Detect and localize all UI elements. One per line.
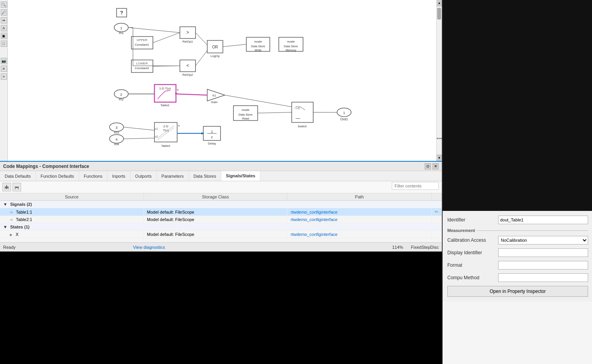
table-row[interactable]: ⊣ Table2:1 Model default: FileScope rtwd… (0, 216, 442, 223)
svg-line-81 (176, 94, 207, 95)
states-group-header[interactable]: ▼ States (1) (0, 223, 442, 231)
collapse-states-icon[interactable]: ▼ (3, 225, 7, 229)
svg-text:K1: K1 (212, 94, 216, 97)
measurement-label: Measurement (447, 228, 475, 233)
col-storage-class: Storage Class (144, 193, 287, 201)
tab-data-defaults[interactable]: Data Defaults (0, 171, 36, 181)
display-identifier-input[interactable] (498, 248, 588, 257)
svg-text:Constant1: Constant1 (135, 43, 149, 46)
row-source-x: X (16, 232, 18, 237)
mappings-table: Source Storage Class Path ▼ Signals (2) (0, 193, 442, 238)
svg-text:LOWER: LOWER (136, 62, 148, 65)
table-row[interactable]: ⊣ Table1:1 Model default: FileScope rtwd… (0, 208, 442, 216)
format-row: Format (447, 261, 588, 269)
svg-text:Data Store: Data Store (251, 45, 265, 48)
compu-method-input[interactable] (498, 273, 588, 282)
tab-functions[interactable]: Functions (79, 171, 108, 181)
svg-text:In1: In1 (119, 31, 124, 35)
svg-text:1-D T(u): 1-D T(u) (159, 87, 171, 90)
calibration-access-row: Calibration Access NoCalibration (447, 236, 588, 244)
close-panel-btn[interactable]: ✕ (432, 163, 439, 170)
svg-text:u1: u1 (155, 127, 158, 130)
svg-text:Data Store: Data Store (284, 45, 298, 48)
status-ready: Ready (3, 245, 16, 250)
rect-btn[interactable]: □ (1, 41, 7, 47)
zoom-in-btn[interactable]: 🔍 (1, 2, 7, 8)
svg-text:Write: Write (255, 48, 261, 52)
svg-line-79 (223, 45, 246, 47)
svg-text:Gain: Gain (211, 100, 218, 104)
svg-text:Out1: Out1 (340, 117, 348, 121)
filter-input[interactable] (392, 182, 439, 190)
svg-text:z: z (211, 135, 213, 139)
svg-rect-91 (6, 185, 7, 189)
open-property-inspector-btn[interactable]: Open in Property Inspector (447, 286, 588, 297)
svg-text:Data Store: Data Store (239, 113, 253, 116)
svg-text:OR: OR (212, 45, 218, 49)
tab-outports[interactable]: Outports (131, 171, 157, 181)
status-solver: FixedStepDisc (411, 245, 439, 250)
calibration-access-select[interactable]: NoCalibration (498, 236, 588, 244)
col-actions (432, 193, 442, 201)
format-label: Format (447, 262, 498, 268)
svg-text:RelOp1: RelOp1 (182, 40, 193, 43)
svg-text:Table2: Table2 (161, 144, 170, 148)
svg-text:2-D: 2-D (163, 125, 169, 128)
maximize-btn[interactable]: ⊙ (425, 163, 431, 170)
expand-btn[interactable]: » (1, 73, 7, 80)
display-identifier-label: Display Identifier (447, 250, 498, 255)
code-mappings-panel: Code Mappings - Component Interface ⊙ ✕ … (0, 161, 442, 252)
signals-group-header[interactable]: ▼ Signals (2) (0, 201, 442, 208)
tab-function-defaults[interactable]: Function Defaults (36, 171, 79, 181)
svg-text:Table1: Table1 (160, 103, 170, 107)
path-link-table1[interactable]: rtwdemo_configinterface (291, 210, 337, 214)
svg-rect-94 (15, 188, 18, 189)
text-btn[interactable]: A (1, 25, 7, 31)
remove-mapping-btn[interactable] (13, 183, 21, 191)
tab-inports[interactable]: Inports (108, 171, 131, 181)
panel-header: Code Mappings - Component Interface ⊙ ✕ (0, 162, 442, 171)
tab-signals-states[interactable]: Signals/States (221, 171, 260, 181)
svg-text:u2: u2 (155, 135, 158, 138)
add-mapping-btn[interactable] (2, 183, 11, 191)
svg-text:1: 1 (120, 26, 122, 30)
path-link-x[interactable]: rtwdemo_configinterface (291, 232, 337, 237)
canvas-scrollbar[interactable]: ▲ ▼ (436, 0, 442, 161)
section-divider (477, 230, 588, 231)
format-input[interactable] (498, 261, 588, 269)
property-panel: Identifier Measurement Calibration Acces… (443, 211, 592, 302)
svg-text:>: > (186, 30, 189, 35)
svg-text:RelOp2: RelOp2 (182, 73, 193, 77)
svg-text:Delay: Delay (208, 142, 216, 145)
tab-data-stores[interactable]: Data Stores (189, 171, 221, 181)
svg-text:Constant2: Constant2 (135, 66, 149, 70)
mappings-table-container: Source Storage Class Path ▼ Signals (2) (0, 193, 442, 248)
svg-rect-93 (15, 187, 19, 187)
tab-parameters[interactable]: Parameters (157, 171, 189, 181)
signals-group-label: Signals (2) (10, 202, 32, 207)
collapse-signals-icon[interactable]: ▼ (3, 202, 7, 207)
edit-icon-table1[interactable]: ✏ (435, 209, 438, 214)
path-link-table2[interactable]: rtwdemo_configinterface (291, 217, 337, 222)
svg-line-85 (124, 127, 154, 130)
cam-btn[interactable]: 📷 (1, 58, 7, 64)
right-panel-dark-area (443, 0, 592, 211)
table-row[interactable]: ◆ X Model default: FileScope rtwdemo_con… (0, 231, 442, 238)
row-source-table2: Table2:1 (16, 217, 32, 222)
status-zoom: 114% (392, 245, 403, 250)
svg-text:1: 1 (211, 130, 213, 134)
svg-line-78 (196, 51, 207, 66)
svg-text:ic: ic (178, 124, 180, 127)
svg-text:In3: In3 (114, 130, 119, 134)
svg-text:?: ? (120, 10, 123, 16)
storage-class-table1: Model default: FileScope (147, 210, 194, 214)
list-btn[interactable]: ≡ (1, 66, 7, 72)
panel-controls: ⊙ ✕ (425, 163, 439, 170)
fit-btn[interactable]: ⇔ (1, 17, 7, 23)
img-btn[interactable]: ▣ (1, 33, 7, 39)
svg-text:4: 4 (115, 137, 117, 141)
zoom-out-btn[interactable]: 🔎 (1, 9, 7, 16)
col-source: Source (0, 193, 144, 201)
view-diagnostics-link[interactable]: View diagnostics (133, 245, 165, 250)
identifier-input[interactable] (498, 216, 588, 224)
